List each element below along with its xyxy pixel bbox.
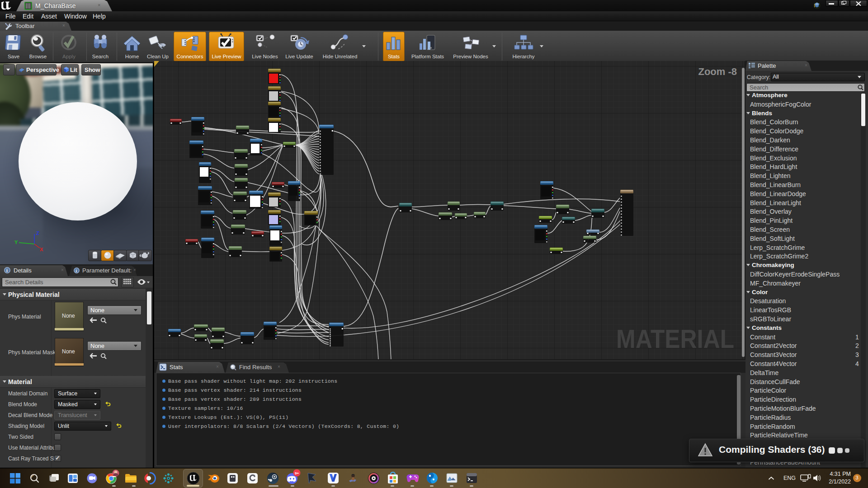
svg-text:MATERIAL: MATERIAL [616,324,734,353]
svg-text:Z: Z [36,230,39,236]
svg-text:i: i [6,268,8,273]
svg-text:Zoom -8: Zoom -8 [698,66,737,77]
svg-text:Y: Y [14,239,18,245]
svg-text:X: X [40,247,43,252]
svg-text:9+: 9+ [295,471,299,475]
